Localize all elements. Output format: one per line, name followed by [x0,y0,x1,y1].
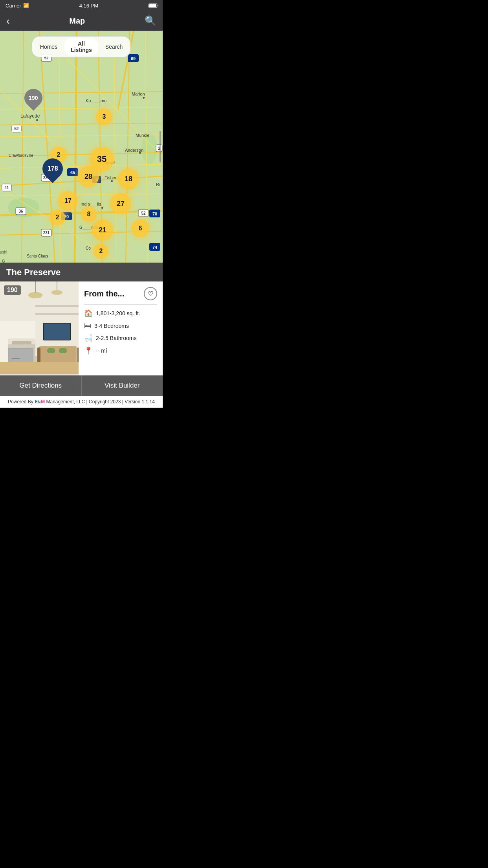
carrier-label: Carrier [6,3,21,9]
dot-marion [143,97,145,99]
wifi-icon: 📶 [23,3,29,8]
heart-icon: ♡ [148,290,153,298]
card-title: The Preserve [6,267,61,277]
card-content: 190 From the... ♡ 🏠 1,801-3,200 sq. ft. … [0,281,163,375]
location-icon: 📍 [84,346,93,355]
tab-all-listings[interactable]: All Listings [64,38,98,55]
footer-brand-e: E [35,399,38,405]
cluster-bubble-2c: 2 [94,244,108,259]
bath-icon: 🛁 [84,334,93,342]
tab-search[interactable]: Search [99,38,129,55]
cluster-28[interactable]: 28 [78,166,99,187]
svg-text:36: 36 [18,209,23,213]
footer: Powered By E&M Management, LLC | Copyrig… [0,396,163,408]
card-image-label: 190 [4,285,21,295]
svg-text:ashi: ashi [0,250,7,254]
card-details: From the... ♡ 🏠 1,801-3,200 sq. ft. 🛏 3-… [79,281,163,375]
svg-rect-76 [0,362,79,374]
dot-fishers [111,180,113,182]
filter-tabs: Homes All Listings Search [32,36,131,57]
favorite-button[interactable]: ♡ [144,287,157,300]
cluster-3[interactable]: 3 [96,108,112,125]
tab-homes[interactable]: Homes [34,38,64,55]
get-directions-button[interactable]: Get Directions [0,375,82,396]
svg-text:52: 52 [141,211,146,215]
cluster-6[interactable]: 6 [131,219,149,237]
card-from-label: From the... [84,289,124,298]
cluster-21[interactable]: 21 [92,219,113,241]
svg-rect-63 [12,358,20,359]
back-button[interactable]: ‹ [6,15,10,27]
sqft-row: 🏠 1,801-3,200 sq. ft. [84,307,157,320]
svg-rect-70 [44,324,70,340]
svg-text:52: 52 [14,127,19,131]
house-icon: 🏠 [84,309,93,318]
time-label: 4:16 PM [79,3,98,9]
status-bar: Carrier 📶 4:16 PM [0,0,163,11]
svg-text:Ri: Ri [156,182,160,187]
svg-rect-75 [59,348,67,353]
action-buttons: Get Directions Visit Builder [0,375,163,396]
pin-blue-value: 178 [48,165,58,172]
pin-190[interactable]: 190 [24,89,42,107]
svg-text:41: 41 [4,186,9,190]
svg-rect-74 [47,348,55,353]
page-title: Map [69,17,85,26]
cluster-bubble-28: 28 [78,166,99,187]
svg-text:G: G [2,259,5,263]
pin-blue-shape: 178 [38,154,67,183]
pin-178[interactable]: 178 [42,158,63,179]
svg-text:65: 65 [70,170,75,175]
divider [84,304,157,305]
cluster-2b[interactable]: 2 [50,210,65,225]
svg-text:70: 70 [152,211,157,216]
bedrooms-row: 🛏 3-4 Bedrooms [84,320,157,332]
cluster-bubble-6: 6 [131,219,149,237]
pin-gray-shape: 190 [20,85,46,110]
cluster-bubble-21: 21 [92,219,113,241]
cluster-bubble-3: 3 [96,108,112,125]
dot-indianapolis [101,207,103,209]
bottom-card: The Preserve [0,263,163,396]
bedrooms-value: 3-4 Bedrooms [94,323,129,329]
svg-point-66 [51,290,62,295]
svg-text:74: 74 [152,245,158,250]
bathrooms-row: 🛁 2-2.5 Bathrooms [84,332,157,344]
footer-brand-m: M [41,399,45,405]
battery-icon [149,4,157,8]
card-from-section: From the... ♡ [84,287,157,300]
svg-rect-60 [12,341,31,344]
cluster-17[interactable]: 17 [58,191,78,211]
scroll-indicator[interactable] [160,131,161,162]
sqft-value: 1,801-3,200 sq. ft. [96,310,140,316]
svg-text:231: 231 [43,231,50,235]
status-left: Carrier 📶 [6,3,29,9]
cluster-18[interactable]: 18 [118,168,139,189]
dot-anderson [139,152,141,154]
dot-lafayette [36,119,38,121]
property-image-svg [0,281,79,374]
distance-value: -- mi [96,348,107,354]
svg-point-64 [28,292,42,298]
map-container[interactable]: 69 70 4 52 231 231 52 41 36 74 52 65 2 [0,31,163,263]
bed-icon: 🛏 [84,322,91,330]
footer-suffix: Management, LLC | Copyright 2023 | Versi… [45,399,155,405]
distance-row: 📍 -- mi [84,344,157,357]
pin-gray-value: 190 [29,95,38,101]
search-icon[interactable]: 🔍 [145,15,156,26]
nav-bar: ‹ Map 🔍 [0,11,163,31]
svg-text:69: 69 [131,56,136,61]
cluster-2c[interactable]: 2 [94,244,108,259]
footer-amp: & [38,399,41,405]
bathrooms-value: 2-2.5 Bathrooms [96,335,137,341]
cluster-bubble-2b: 2 [50,210,65,225]
card-header: The Preserve [0,263,163,281]
card-image[interactable]: 190 [0,281,79,375]
cluster-bubble-27: 27 [110,193,131,214]
svg-rect-77 [35,305,79,307]
cluster-27[interactable]: 27 [110,193,131,214]
cluster-bubble-17: 17 [58,191,78,211]
cluster-bubble-18: 18 [118,168,139,189]
svg-rect-78 [35,313,79,315]
visit-builder-button[interactable]: Visit Builder [82,375,163,396]
